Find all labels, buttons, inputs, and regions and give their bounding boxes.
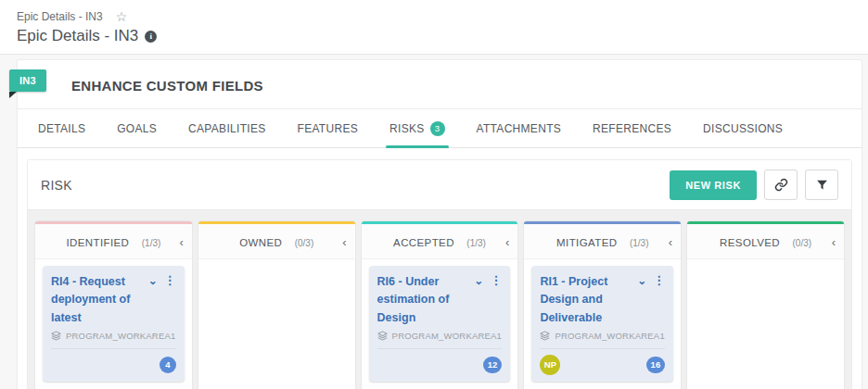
chevron-down-icon[interactable]: ⌄ bbox=[637, 275, 646, 286]
tab-attachments[interactable]: ATTACHMENTS bbox=[477, 109, 562, 147]
breadcrumb: Epic Details - IN3 bbox=[17, 10, 103, 23]
layers-icon bbox=[540, 331, 550, 341]
risk-card[interactable]: RI4 - Request deployment of latest ⌄ ⋮ P… bbox=[43, 266, 185, 382]
link-button[interactable] bbox=[764, 169, 798, 200]
tab-capabilities[interactable]: CAPABILITIES bbox=[188, 109, 265, 147]
workarea-label: PROGRAM_WORKAREA1 bbox=[555, 331, 664, 341]
column-name: RESOLVED bbox=[720, 237, 780, 248]
filter-button[interactable] bbox=[805, 169, 838, 200]
column-body bbox=[687, 259, 844, 389]
risk-toolbar: RISK NEW RISK bbox=[28, 160, 851, 210]
column-body bbox=[198, 259, 355, 389]
favorite-star-icon[interactable]: ☆ bbox=[116, 9, 128, 24]
column-count: (0/3) bbox=[793, 238, 812, 248]
risk-card-title[interactable]: RI4 - Request deployment of latest bbox=[51, 273, 148, 327]
kebab-menu-icon[interactable]: ⋮ bbox=[490, 274, 502, 286]
collapse-column-icon[interactable]: ‹ bbox=[832, 235, 836, 247]
layers-icon bbox=[51, 331, 61, 341]
tab-details[interactable]: DETAILS bbox=[38, 109, 85, 147]
tab-risks[interactable]: RISKS 3 bbox=[389, 109, 445, 147]
kebab-menu-icon[interactable]: ⋮ bbox=[653, 274, 665, 286]
workarea-label: PROGRAM_WORKAREA1 bbox=[66, 331, 175, 341]
link-icon bbox=[774, 178, 788, 192]
kebab-menu-icon[interactable]: ⋮ bbox=[164, 274, 176, 286]
chevron-down-icon[interactable]: ⌄ bbox=[474, 275, 483, 286]
column-header: ACCEPTED (1/3) ‹ bbox=[362, 224, 518, 259]
tab-goals[interactable]: GOALS bbox=[117, 109, 157, 147]
board-column-mitigated: MITIGATED (1/3) ‹ RI1 - Project Design a… bbox=[524, 221, 681, 389]
page-title: Epic Details - IN3 bbox=[17, 27, 138, 45]
chevron-down-icon[interactable]: ⌄ bbox=[148, 275, 158, 286]
risk-card-title[interactable]: RI1 - Project Design and Deliverable bbox=[540, 273, 637, 327]
collapse-column-icon[interactable]: ‹ bbox=[505, 235, 509, 247]
column-header: OWNED (0/3) ‹ bbox=[198, 224, 355, 259]
collapse-column-icon[interactable]: ‹ bbox=[669, 235, 672, 247]
info-icon[interactable]: i bbox=[145, 31, 157, 43]
tab-count-badge: 3 bbox=[430, 121, 445, 136]
column-name: IDENTIFIED bbox=[66, 237, 129, 248]
column-name: MITIGATED bbox=[556, 237, 617, 248]
tab-discussions[interactable]: DISCUSSIONS bbox=[703, 109, 783, 147]
column-count: (0/3) bbox=[295, 238, 314, 248]
column-body: RI6 - Under estimation of Design ⌄ ⋮ PRO… bbox=[362, 259, 518, 389]
tab-references[interactable]: REFERENCES bbox=[593, 109, 671, 147]
new-risk-button[interactable]: NEW RISK bbox=[670, 170, 757, 200]
board-column-accepted: ACCEPTED (1/3) ‹ RI6 - Under estimation … bbox=[362, 221, 518, 389]
avatar[interactable]: NP bbox=[540, 355, 560, 375]
column-count: (1/3) bbox=[466, 238, 486, 248]
column-count: (1/3) bbox=[142, 238, 161, 248]
risk-score-badge: 12 bbox=[483, 357, 503, 373]
collapse-column-icon[interactable]: ‹ bbox=[179, 235, 183, 247]
workarea-label: PROGRAM_WORKAREA1 bbox=[392, 331, 502, 341]
epic-details-card: IN3 ENHANCE CUSTOM FIELDS DETAILS GOALS … bbox=[17, 59, 862, 389]
risk-score-badge: 4 bbox=[160, 357, 176, 373]
risk-card-title[interactable]: RI6 - Under estimation of Design bbox=[377, 273, 475, 327]
column-count: (1/3) bbox=[630, 238, 649, 248]
column-name: OWNED bbox=[239, 237, 282, 248]
column-header: IDENTIFIED (1/3) ‹ bbox=[35, 224, 192, 259]
risk-section: RISK NEW RISK bbox=[27, 159, 852, 389]
tab-bar: DETAILS GOALS CAPABILITIES FEATURES RISK… bbox=[18, 109, 862, 148]
board-column-identified: IDENTIFIED (1/3) ‹ RI4 - Request deploym… bbox=[35, 221, 192, 389]
tab-features[interactable]: FEATURES bbox=[298, 109, 359, 147]
board-column-resolved: RESOLVED (0/3) ‹ bbox=[687, 221, 844, 389]
epic-id-tag: IN3 bbox=[9, 69, 46, 92]
column-name: ACCEPTED bbox=[393, 237, 454, 248]
column-header: MITIGATED (1/3) ‹ bbox=[524, 224, 681, 259]
risk-board: IDENTIFIED (1/3) ‹ RI4 - Request deploym… bbox=[28, 210, 851, 389]
layers-icon bbox=[377, 331, 388, 341]
risk-card[interactable]: RI1 - Project Design and Deliverable ⌄ ⋮… bbox=[531, 266, 673, 382]
risk-card[interactable]: RI6 - Under estimation of Design ⌄ ⋮ PRO… bbox=[369, 266, 511, 382]
filter-icon bbox=[816, 179, 828, 191]
risk-score-badge: 16 bbox=[646, 357, 666, 373]
top-header: Epic Details - IN3 ☆ Epic Details - IN3 … bbox=[0, 0, 868, 55]
epic-name: ENHANCE CUSTOM FIELDS bbox=[71, 78, 263, 94]
collapse-column-icon[interactable]: ‹ bbox=[342, 235, 346, 247]
column-header: RESOLVED (0/3) ‹ bbox=[687, 224, 844, 259]
risk-section-title: RISK bbox=[41, 178, 72, 193]
column-body: RI4 - Request deployment of latest ⌄ ⋮ P… bbox=[35, 259, 192, 389]
column-body: RI1 - Project Design and Deliverable ⌄ ⋮… bbox=[524, 259, 681, 389]
board-column-owned: OWNED (0/3) ‹ bbox=[198, 221, 355, 389]
